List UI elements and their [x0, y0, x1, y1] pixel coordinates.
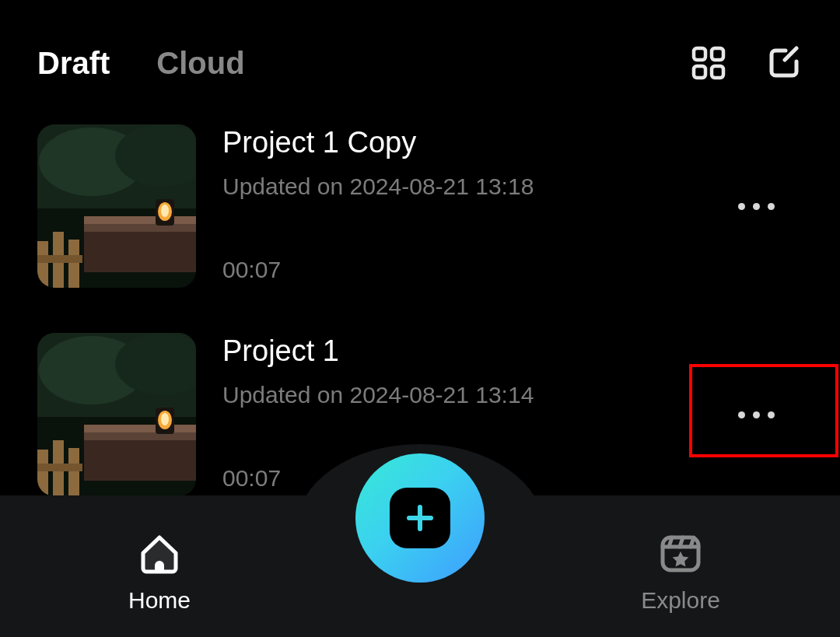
project-actions — [709, 124, 803, 288]
nav-explore-label: Explore — [641, 587, 720, 614]
edit-icon[interactable] — [767, 45, 803, 81]
svg-rect-2 — [694, 66, 705, 78]
more-icon[interactable] — [723, 396, 790, 434]
fab-new-project[interactable] — [355, 453, 485, 583]
svg-point-27 — [161, 413, 169, 425]
project-list: Project 1 Copy Updated on 2024-08-21 13:… — [0, 93, 840, 496]
svg-point-13 — [161, 205, 169, 217]
project-thumbnail — [37, 124, 196, 288]
svg-rect-16 — [68, 240, 79, 288]
plus-icon — [390, 488, 450, 548]
nav-home-label: Home — [128, 587, 191, 614]
grid-view-icon[interactable] — [691, 45, 726, 81]
svg-rect-30 — [68, 448, 79, 496]
more-icon[interactable] — [723, 187, 790, 226]
svg-rect-3 — [712, 66, 723, 78]
svg-rect-10 — [84, 216, 196, 224]
project-updated: Updated on 2024-08-21 13:18 — [222, 173, 683, 200]
project-row[interactable]: Project 1 Copy Updated on 2024-08-21 13:… — [37, 124, 803, 288]
svg-rect-24 — [84, 425, 196, 432]
header-bar: Draft Cloud — [0, 0, 840, 93]
nav-home[interactable]: Home — [0, 495, 319, 637]
project-thumbnail — [37, 333, 196, 496]
home-icon — [135, 530, 184, 578]
bottom-nav: Home Explore — [0, 495, 840, 637]
project-title: Project 1 — [222, 334, 683, 368]
tab-draft[interactable]: Draft — [37, 46, 110, 81]
nav-explore[interactable]: Explore — [521, 495, 840, 637]
svg-rect-0 — [694, 48, 705, 60]
project-actions — [709, 333, 803, 496]
header-tabs: Draft Cloud — [37, 46, 245, 81]
project-meta: Project 1 Copy Updated on 2024-08-21 13:… — [222, 124, 683, 288]
project-duration: 00:07 — [222, 257, 683, 283]
svg-rect-28 — [37, 450, 48, 496]
tab-cloud[interactable]: Cloud — [156, 46, 244, 81]
project-title: Project 1 Copy — [222, 126, 683, 159]
header-actions — [691, 45, 803, 81]
project-updated: Updated on 2024-08-21 13:14 — [222, 382, 683, 408]
svg-rect-17 — [37, 255, 82, 263]
svg-rect-14 — [37, 241, 48, 288]
app-root: Draft Cloud — [0, 0, 840, 637]
explore-icon — [656, 530, 705, 578]
svg-rect-1 — [712, 48, 723, 60]
svg-rect-31 — [37, 464, 82, 471]
